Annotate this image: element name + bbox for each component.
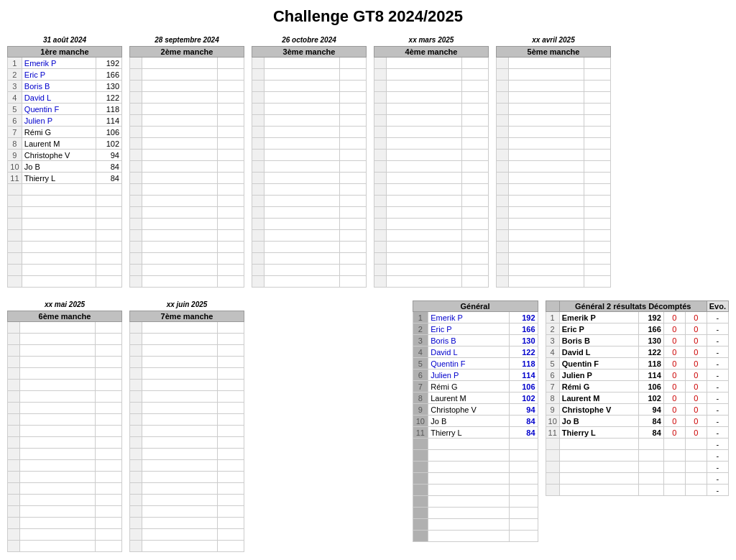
empty-cell (130, 196, 142, 207)
empty-row (130, 69, 244, 81)
empty-cell (218, 276, 244, 288)
row-decompte1: 0 (663, 335, 685, 346)
empty-cell (264, 69, 339, 81)
empty-cell (508, 69, 584, 81)
empty-cell (374, 92, 387, 104)
empty-cell (428, 473, 510, 485)
row-evo: - (707, 335, 728, 346)
empty-cell (142, 437, 217, 449)
empty-cell (584, 219, 611, 230)
empty-cell (218, 345, 244, 357)
row-num: 5 (546, 358, 559, 369)
empty-cell (264, 184, 339, 196)
empty-cell (685, 485, 707, 496)
empty-cell (510, 473, 538, 485)
empty-cell (497, 161, 509, 173)
empty-cell (252, 207, 264, 219)
empty-cell (142, 127, 217, 138)
empty-cell (374, 219, 387, 230)
empty-row (130, 403, 244, 414)
empty-cell (497, 219, 509, 230)
empty-cell (252, 161, 264, 173)
empty-row (130, 529, 244, 541)
row-num: 7 (413, 381, 428, 393)
empty-cell (8, 276, 22, 288)
empty-cell (508, 161, 584, 173)
empty-row (374, 242, 489, 253)
general-block: Général1Emerik P1922Eric P1663Boris B130… (413, 300, 538, 542)
row-decompte1: 0 (663, 312, 685, 323)
empty-cell (428, 519, 510, 531)
row-num: 5 (8, 104, 22, 115)
row-name: Boris B (428, 335, 510, 346)
empty-cell (96, 265, 121, 276)
g2-evo-header: Evo. (707, 301, 728, 312)
empty-cell (386, 127, 461, 138)
empty-cell (19, 414, 95, 426)
empty-cell (142, 265, 217, 276)
empty-cell (428, 496, 510, 508)
empty-cell (386, 207, 461, 219)
general2-block: Général 2 résultats DécomptésEvo.1Emerik… (546, 300, 729, 496)
empty-row (413, 439, 538, 450)
empty-cell (19, 449, 95, 460)
row-name: Laurent M (22, 138, 96, 150)
empty-row (374, 184, 489, 196)
empty-cell (130, 541, 142, 552)
row-decompte2: 0 (685, 335, 707, 346)
table-row: 8Laurent M10200- (546, 393, 728, 404)
row-name: Christophe V (559, 404, 638, 416)
main-layout: 31 août 20241ère manche1Emerik P1922Eric… (7, 36, 729, 560)
table-row: 4David L122 (413, 346, 538, 358)
empty-cell (130, 184, 142, 196)
empty-cell (22, 265, 96, 276)
empty-row (252, 207, 367, 219)
empty-row (497, 173, 611, 184)
empty-cell (142, 58, 217, 69)
empty-row (374, 276, 489, 288)
empty-row (130, 92, 244, 104)
empty-cell (264, 150, 339, 161)
empty-cell (497, 104, 509, 115)
empty-cell (584, 230, 611, 242)
empty-cell (218, 518, 244, 529)
empty-cell (19, 437, 95, 449)
empty-cell (264, 276, 339, 288)
row-score: 84 (96, 161, 121, 173)
empty-cell (663, 485, 685, 496)
row-decompte1: 0 (663, 393, 685, 404)
row-num: 8 (413, 393, 428, 404)
empty-cell (130, 472, 142, 483)
empty-cell (497, 58, 509, 69)
empty-cell (130, 368, 142, 380)
empty-cell (374, 69, 387, 81)
g2-num-header (546, 301, 559, 312)
empty-cell (685, 473, 707, 485)
empty-row (130, 219, 244, 230)
empty-cell (218, 265, 244, 276)
empty-cell (142, 460, 217, 472)
row-decompte1: 0 (663, 416, 685, 427)
empty-cell (252, 58, 264, 69)
empty-cell (22, 242, 96, 253)
empty-row (8, 219, 122, 230)
empty-cell (546, 485, 559, 496)
empty-cell (340, 81, 367, 92)
empty-cell (218, 426, 244, 437)
empty-row (497, 184, 611, 196)
row-name: Quentin F (428, 358, 510, 369)
empty-cell (584, 207, 611, 219)
empty-cell (218, 506, 244, 518)
empty-cell (8, 518, 20, 529)
general-section: Général1Emerik P1922Eric P1663Boris B130… (413, 300, 729, 542)
empty-row (8, 449, 122, 460)
empty-cell (218, 541, 244, 552)
empty-cell (497, 265, 509, 276)
row-score: 102 (510, 393, 538, 404)
empty-cell (462, 184, 489, 196)
empty-cell (386, 219, 461, 230)
empty-cell (510, 450, 538, 462)
empty-cell (19, 357, 95, 368)
manche-block: xx avril 20255ème manche (496, 36, 611, 288)
row-name: Thierry L (559, 427, 638, 439)
